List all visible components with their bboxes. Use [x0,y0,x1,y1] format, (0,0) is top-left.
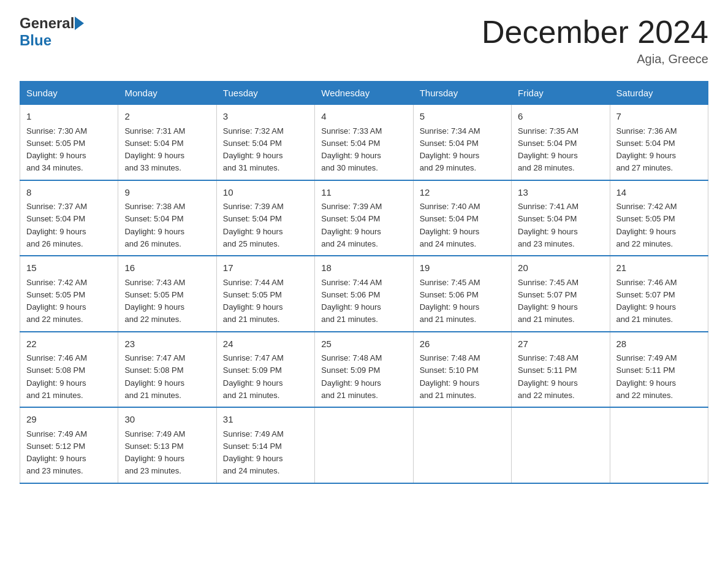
day-number: 12 [420,186,505,200]
day-info: Sunrise: 7:30 AMSunset: 5:05 PMDaylight:… [26,126,87,173]
week-row-4: 22Sunrise: 7:46 AMSunset: 5:08 PMDayligh… [20,332,708,408]
calendar-cell: 26Sunrise: 7:48 AMSunset: 5:10 PMDayligh… [413,332,511,408]
calendar-cell [413,407,511,483]
calendar-cell: 21Sunrise: 7:46 AMSunset: 5:07 PMDayligh… [610,256,708,332]
calendar-cell: 14Sunrise: 7:42 AMSunset: 5:05 PMDayligh… [610,180,708,256]
day-info: Sunrise: 7:44 AMSunset: 5:05 PMDaylight:… [223,278,284,324]
calendar-cell: 4Sunrise: 7:33 AMSunset: 5:04 PMDaylight… [315,105,413,180]
calendar-cell: 12Sunrise: 7:40 AMSunset: 5:04 PMDayligh… [413,180,511,256]
day-number: 5 [420,110,505,124]
day-info: Sunrise: 7:48 AMSunset: 5:11 PMDaylight:… [518,353,578,400]
week-row-1: 1Sunrise: 7:30 AMSunset: 5:05 PMDaylight… [20,105,708,180]
day-number: 11 [321,186,406,200]
calendar-cell: 17Sunrise: 7:44 AMSunset: 5:05 PMDayligh… [216,256,314,332]
day-info: Sunrise: 7:49 AMSunset: 5:12 PMDaylight:… [26,429,87,476]
day-number: 24 [223,337,308,351]
calendar-cell: 15Sunrise: 7:42 AMSunset: 5:05 PMDayligh… [20,256,118,332]
calendar-cell: 10Sunrise: 7:39 AMSunset: 5:04 PMDayligh… [216,180,314,256]
calendar-cell: 3Sunrise: 7:32 AMSunset: 5:04 PMDaylight… [216,105,314,180]
day-number: 20 [518,261,603,275]
page-header: General Blue December 2024 Agia, Greece [20,15,708,66]
day-info: Sunrise: 7:33 AMSunset: 5:04 PMDaylight:… [321,126,382,173]
day-number: 28 [616,337,702,351]
col-header-wednesday: Wednesday [315,82,413,105]
calendar-cell: 11Sunrise: 7:39 AMSunset: 5:04 PMDayligh… [315,180,413,256]
calendar-table: SundayMondayTuesdayWednesdayThursdayFrid… [20,81,708,484]
day-number: 21 [616,261,702,275]
calendar-cell: 23Sunrise: 7:47 AMSunset: 5:08 PMDayligh… [118,332,216,408]
day-info: Sunrise: 7:49 AMSunset: 5:14 PMDaylight:… [223,429,284,476]
day-info: Sunrise: 7:48 AMSunset: 5:10 PMDaylight:… [420,353,480,400]
day-number: 30 [124,413,210,427]
day-number: 4 [321,110,406,124]
day-number: 3 [223,110,308,124]
week-row-3: 15Sunrise: 7:42 AMSunset: 5:05 PMDayligh… [20,256,708,332]
day-info: Sunrise: 7:31 AMSunset: 5:04 PMDaylight:… [124,126,185,173]
calendar-subtitle: Agia, Greece [482,52,708,66]
day-info: Sunrise: 7:48 AMSunset: 5:09 PMDaylight:… [321,353,382,400]
logo: General Blue [20,15,84,49]
calendar-cell [610,407,708,483]
calendar-cell: 27Sunrise: 7:48 AMSunset: 5:11 PMDayligh… [512,332,610,408]
day-number: 9 [124,186,210,200]
logo-triangle-icon [75,17,84,30]
day-number: 23 [124,337,210,351]
day-info: Sunrise: 7:42 AMSunset: 5:05 PMDaylight:… [616,202,677,248]
day-number: 15 [26,261,112,275]
day-number: 16 [124,261,210,275]
calendar-cell: 8Sunrise: 7:37 AMSunset: 5:04 PMDaylight… [20,180,118,256]
calendar-cell: 6Sunrise: 7:35 AMSunset: 5:04 PMDaylight… [512,105,610,180]
day-info: Sunrise: 7:32 AMSunset: 5:04 PMDaylight:… [223,126,284,173]
day-info: Sunrise: 7:41 AMSunset: 5:04 PMDaylight:… [518,202,578,248]
day-number: 19 [420,261,505,275]
day-info: Sunrise: 7:46 AMSunset: 5:07 PMDaylight:… [616,278,677,324]
calendar-cell: 22Sunrise: 7:46 AMSunset: 5:08 PMDayligh… [20,332,118,408]
day-number: 18 [321,261,406,275]
calendar-cell: 18Sunrise: 7:44 AMSunset: 5:06 PMDayligh… [315,256,413,332]
day-number: 13 [518,186,603,200]
calendar-cell: 25Sunrise: 7:48 AMSunset: 5:09 PMDayligh… [315,332,413,408]
day-info: Sunrise: 7:37 AMSunset: 5:04 PMDaylight:… [26,202,87,248]
col-header-thursday: Thursday [413,82,511,105]
col-header-monday: Monday [118,82,216,105]
calendar-cell: 5Sunrise: 7:34 AMSunset: 5:04 PMDaylight… [413,105,511,180]
col-header-friday: Friday [512,82,610,105]
calendar-cell: 19Sunrise: 7:45 AMSunset: 5:06 PMDayligh… [413,256,511,332]
day-info: Sunrise: 7:38 AMSunset: 5:04 PMDaylight:… [124,202,185,248]
day-number: 1 [26,110,112,124]
calendar-cell: 16Sunrise: 7:43 AMSunset: 5:05 PMDayligh… [118,256,216,332]
day-info: Sunrise: 7:47 AMSunset: 5:08 PMDaylight:… [124,353,185,400]
day-info: Sunrise: 7:35 AMSunset: 5:04 PMDaylight:… [518,126,578,173]
calendar-cell: 20Sunrise: 7:45 AMSunset: 5:07 PMDayligh… [512,256,610,332]
day-info: Sunrise: 7:46 AMSunset: 5:08 PMDaylight:… [26,353,87,400]
calendar-cell: 24Sunrise: 7:47 AMSunset: 5:09 PMDayligh… [216,332,314,408]
day-number: 17 [223,261,308,275]
col-header-tuesday: Tuesday [216,82,314,105]
calendar-cell: 2Sunrise: 7:31 AMSunset: 5:04 PMDaylight… [118,105,216,180]
calendar-title: December 2024 [482,15,708,50]
calendar-header-row: SundayMondayTuesdayWednesdayThursdayFrid… [20,82,708,105]
calendar-cell: 30Sunrise: 7:49 AMSunset: 5:13 PMDayligh… [118,407,216,483]
day-number: 27 [518,337,603,351]
day-info: Sunrise: 7:45 AMSunset: 5:07 PMDaylight:… [518,278,578,324]
day-info: Sunrise: 7:45 AMSunset: 5:06 PMDaylight:… [420,278,480,324]
day-number: 8 [26,186,112,200]
calendar-cell: 29Sunrise: 7:49 AMSunset: 5:12 PMDayligh… [20,407,118,483]
day-info: Sunrise: 7:36 AMSunset: 5:04 PMDaylight:… [616,126,677,173]
calendar-cell: 31Sunrise: 7:49 AMSunset: 5:14 PMDayligh… [216,407,314,483]
title-area: December 2024 Agia, Greece [482,15,708,66]
day-number: 25 [321,337,406,351]
week-row-5: 29Sunrise: 7:49 AMSunset: 5:12 PMDayligh… [20,407,708,483]
day-info: Sunrise: 7:42 AMSunset: 5:05 PMDaylight:… [26,278,87,324]
week-row-2: 8Sunrise: 7:37 AMSunset: 5:04 PMDaylight… [20,180,708,256]
day-info: Sunrise: 7:47 AMSunset: 5:09 PMDaylight:… [223,353,284,400]
calendar-cell: 7Sunrise: 7:36 AMSunset: 5:04 PMDaylight… [610,105,708,180]
day-info: Sunrise: 7:40 AMSunset: 5:04 PMDaylight:… [420,202,480,248]
day-number: 2 [124,110,210,124]
day-info: Sunrise: 7:43 AMSunset: 5:05 PMDaylight:… [124,278,185,324]
calendar-cell [512,407,610,483]
day-number: 10 [223,186,308,200]
col-header-sunday: Sunday [20,82,118,105]
day-number: 22 [26,337,112,351]
calendar-cell: 9Sunrise: 7:38 AMSunset: 5:04 PMDaylight… [118,180,216,256]
